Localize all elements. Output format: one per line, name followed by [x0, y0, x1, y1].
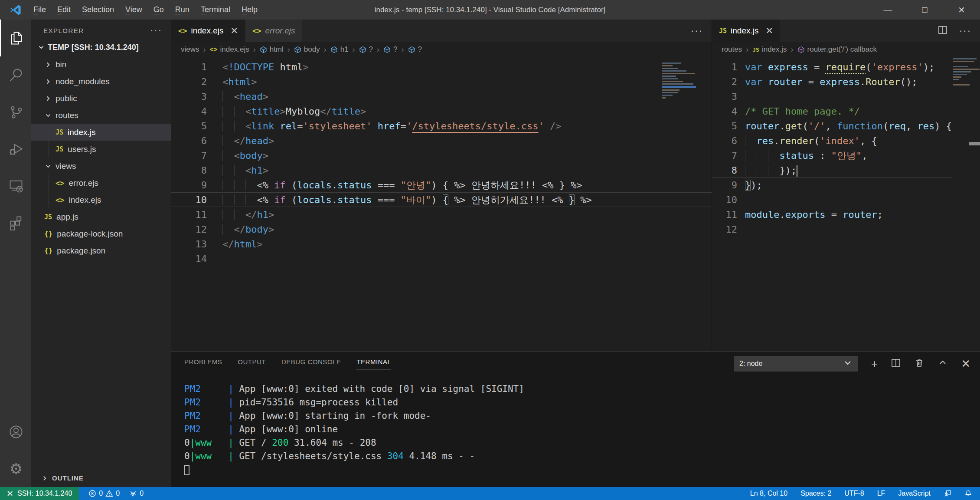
code-line[interactable]: 11module.exports = router; [712, 207, 980, 222]
account-icon[interactable] [0, 413, 31, 450]
menu-file[interactable]: File [28, 5, 52, 14]
minimap[interactable] [952, 57, 980, 352]
minimize-icon[interactable]: — [869, 0, 906, 20]
encoding[interactable]: UTF-8 [844, 490, 864, 497]
close-icon[interactable]: ✕ [230, 26, 238, 36]
remote-explorer-icon[interactable] [0, 167, 31, 204]
code-line[interactable]: 13</html> [171, 237, 712, 251]
notifications-bell-icon[interactable] [964, 490, 972, 497]
menu-edit[interactable]: Edit [52, 5, 76, 14]
settings-icon[interactable]: ⚙ [0, 450, 31, 487]
problems-indicator[interactable]: 0 0 [88, 490, 120, 497]
tree-item-package-lock.json[interactable]: {}package-lock.json [31, 225, 171, 242]
code-line[interactable]: 4/* GET home page. */ [712, 104, 980, 118]
split-terminal-icon[interactable] [891, 358, 901, 370]
minimap[interactable] [661, 61, 696, 113]
files-icon[interactable] [0, 20, 31, 56]
breadcrumb-item[interactable]: ? [408, 45, 422, 54]
maximize-icon[interactable]: □ [906, 0, 943, 20]
code-editor-index-ejs[interactable]: 1<!DOCTYPE html>2<html>3 <head>4 <title>… [171, 57, 712, 352]
code-line[interactable]: 6 res.render('index', { [712, 133, 980, 148]
breadcrumb-item[interactable]: html [260, 45, 284, 54]
panel-tab-debug-console[interactable]: DEBUG CONSOLE [281, 358, 341, 369]
close-icon[interactable]: ✕ [943, 0, 980, 20]
feedback-icon[interactable] [944, 490, 951, 497]
tree-item-routes[interactable]: routes [31, 107, 171, 124]
code-line[interactable]: 3 [712, 89, 980, 104]
tree-item-public[interactable]: public [31, 90, 171, 107]
tree-item-error.ejs[interactable]: <>error.ejs [31, 174, 171, 191]
code-line[interactable]: 14 [171, 251, 712, 266]
code-line[interactable]: 10 <% if (locals.status === "바이") { %> 안… [171, 192, 712, 207]
explorer-more-actions-icon[interactable]: ··· [150, 25, 162, 36]
code-line[interactable]: 2<html> [171, 74, 712, 89]
code-line[interactable]: 7 status : "안녕", [712, 148, 980, 163]
editor-more-actions-icon[interactable]: ··· [691, 25, 703, 36]
code-line[interactable]: 9 <% if (locals.status === "안녕") { %> 안녕… [171, 178, 712, 192]
code-line[interactable]: 1var express = require('express'); [712, 59, 980, 74]
kill-terminal-icon[interactable] [914, 358, 924, 370]
remote-indicator[interactable]: SSH: 10.34.1.240 [0, 487, 79, 500]
tree-item-node_modules[interactable]: node_modules [31, 73, 171, 90]
breadcrumb-item[interactable]: JSindex.js [752, 45, 787, 54]
breadcrumb-item[interactable]: <>index.ejs [210, 45, 249, 54]
eol-sequence[interactable]: LF [877, 490, 885, 497]
breadcrumb-item[interactable]: body [294, 45, 320, 54]
panel-tab-problems[interactable]: PROBLEMS [184, 358, 222, 369]
code-line[interactable]: 2var router = express.Router(); [712, 74, 980, 89]
code-line[interactable]: 7 <body> [171, 148, 712, 163]
tree-item-package.json[interactable]: {}package.json [31, 242, 171, 259]
cursor-position[interactable]: Ln 8, Col 10 [750, 490, 787, 497]
tree-item-app.js[interactable]: JSapp.js [31, 208, 171, 225]
menu-run[interactable]: Run [170, 5, 195, 14]
indentation[interactable]: Spaces: 2 [800, 490, 831, 497]
menu-selection[interactable]: Selection [76, 5, 120, 14]
menu-help[interactable]: Help [236, 5, 263, 14]
menu-view[interactable]: View [120, 5, 148, 14]
menu-go[interactable]: Go [148, 5, 170, 14]
code-line[interactable]: 9}); [712, 178, 980, 192]
breadcrumb-item[interactable]: routes [722, 45, 742, 54]
tab-error.ejs[interactable]: <>error.ejs [245, 20, 302, 42]
extensions-icon[interactable] [0, 204, 31, 241]
menu-terminal[interactable]: Terminal [195, 5, 236, 14]
code-line[interactable]: 8 }); [712, 163, 980, 178]
tree-item-users.js[interactable]: JSusers.js [31, 141, 171, 158]
terminal-output[interactable]: PM2 | App [www:0] exited with code [0] v… [171, 375, 980, 487]
source-control-icon[interactable] [0, 93, 31, 130]
code-line[interactable]: 3 <head> [171, 89, 712, 104]
tree-item-views[interactable]: views [31, 158, 171, 174]
tab-index.ejs[interactable]: <>index.ejs✕ [171, 20, 245, 42]
panel-tab-output[interactable]: OUTPUT [238, 358, 266, 369]
outline-section-header[interactable]: OUTLINE [31, 469, 171, 487]
code-line[interactable]: 12 [712, 222, 980, 237]
editor-more-actions-icon[interactable]: ··· [959, 25, 971, 36]
tree-item-bin[interactable]: bin [31, 56, 171, 73]
code-editor-index-js[interactable]: 1var express = require('express');2var r… [712, 57, 980, 352]
new-terminal-icon[interactable]: + [871, 358, 878, 369]
maximize-panel-icon[interactable] [938, 358, 948, 370]
breadcrumb-item[interactable]: router.get('/') callback [797, 45, 877, 54]
ports-indicator[interactable]: 0 [129, 490, 144, 497]
code-line[interactable]: 4 <title>Myblog</title> [171, 104, 712, 118]
language-mode[interactable]: JavaScript [898, 490, 931, 497]
code-line[interactable]: 11 </h1> [171, 207, 712, 222]
scrollbar-slider[interactable] [969, 142, 980, 145]
code-line[interactable]: 12 </body> [171, 222, 712, 237]
panel-tab-terminal[interactable]: TERMINAL [356, 358, 391, 369]
search-icon[interactable] [0, 56, 31, 93]
workspace-section-header[interactable]: TEMP [SSH: 10.34.1.240] [31, 39, 171, 56]
terminal-select[interactable]: 2: node [734, 356, 858, 372]
close-icon[interactable]: ✕ [765, 26, 773, 36]
code-line[interactable]: 8 <h1> [171, 163, 712, 178]
code-line[interactable]: 5router.get('/', function(req, res) { [712, 118, 980, 133]
breadcrumb-item[interactable]: views [181, 45, 199, 54]
breadcrumb-item[interactable]: ? [359, 45, 373, 54]
tree-item-index.ejs[interactable]: <>index.ejs [31, 191, 171, 208]
code-line[interactable]: 5 <link rel='stylesheet' href='/styleshe… [171, 118, 712, 133]
breadcrumb-item[interactable]: h1 [330, 45, 349, 54]
breadcrumb-item[interactable]: ? [383, 45, 397, 54]
split-editor-icon[interactable] [938, 25, 948, 37]
tab-index.js[interactable]: JSindex.js✕ [712, 20, 781, 42]
close-panel-icon[interactable]: ✕ [961, 358, 970, 369]
